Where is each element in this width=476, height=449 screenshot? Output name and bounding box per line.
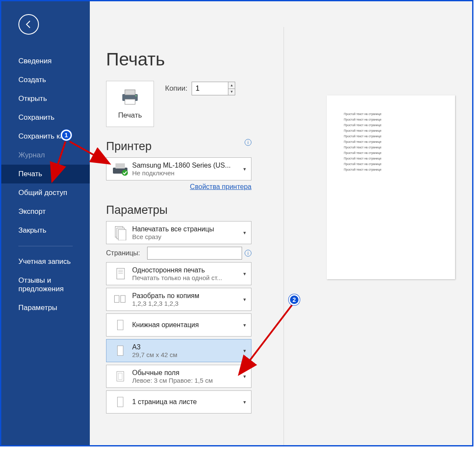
printer-selector[interactable]: Samsung ML-1860 Series (US... Не подключ… — [106, 157, 251, 180]
pages-input[interactable] — [147, 247, 242, 260]
portrait-icon — [111, 316, 130, 334]
option-collate[interactable]: Разобрать по копиям 1,2,3 1,2,3 1,2,3 ▼ — [106, 288, 251, 311]
svg-rect-17 — [118, 346, 124, 356]
copies-label: Копии: — [165, 84, 187, 93]
arrow-left-icon — [24, 19, 34, 30]
svg-rect-9 — [118, 230, 126, 240]
chevron-down-icon: ▼ — [242, 323, 247, 328]
nav-close[interactable]: Закрыть — [1, 221, 90, 240]
chevron-down-icon: ▼ — [242, 374, 247, 379]
copies-spinner[interactable]: ▲ ▼ — [228, 82, 235, 95]
paper-size-icon — [111, 342, 130, 359]
option-pages-per-sheet[interactable]: 1 страница на листе ▼ — [106, 390, 251, 414]
svg-rect-1 — [125, 90, 135, 95]
chevron-down-icon: ▼ — [242, 230, 247, 235]
annotation-badge-1: 1 — [61, 130, 72, 141]
collate-icon — [111, 291, 130, 308]
pages-per-sheet-icon — [111, 393, 130, 411]
nav-history[interactable]: Журнал — [1, 146, 90, 165]
print-preview-pane: Простой текст на странице Простой текст … — [284, 27, 472, 445]
nav-account[interactable]: Учетная запись — [1, 252, 90, 271]
info-icon[interactable]: i — [245, 139, 251, 146]
printer-heading: Принтер — [106, 140, 245, 153]
chevron-down-icon: ▼ — [242, 272, 247, 276]
preview-page: Простой текст на странице Простой текст … — [327, 95, 455, 279]
annotation-badge-2: 2 — [289, 294, 300, 305]
one-sided-icon — [111, 265, 130, 282]
nav-saveas[interactable]: Сохранить как — [1, 127, 90, 146]
nav-save[interactable]: Сохранить — [1, 108, 90, 127]
chevron-down-icon: ▼ — [242, 349, 247, 353]
chevron-down-icon: ▼ — [242, 297, 247, 302]
chevron-down-icon: ▼ — [242, 167, 247, 171]
option-paper-size[interactable]: A3 29,7 см x 42 см ▼ — [106, 339, 251, 362]
svg-rect-15 — [121, 295, 125, 302]
option-margins[interactable]: Обычные поля Левое: 3 см Правое: 1,5 см … — [106, 365, 251, 388]
print-button-label: Печать — [118, 111, 142, 120]
nav-print[interactable]: Печать — [1, 165, 90, 183]
svg-rect-20 — [118, 397, 124, 407]
svg-point-3 — [136, 95, 137, 97]
printer-icon — [121, 88, 139, 105]
svg-rect-2 — [125, 99, 135, 104]
copies-input[interactable] — [192, 82, 228, 95]
printer-status: Не подключен — [132, 169, 240, 177]
printer-device-icon — [111, 160, 130, 177]
option-print-range[interactable]: Напечатать все страницы Все сразу ▼ — [106, 221, 251, 244]
file-backstage-sidebar: Сведения Создать Открыть Сохранить Сохра… — [1, 1, 90, 445]
option-orientation[interactable]: Книжная ориентация ▼ — [106, 313, 251, 337]
pages-icon — [111, 224, 130, 241]
option-sides[interactable]: Односторонняя печать Печатать только на … — [106, 262, 251, 285]
printer-properties-link[interactable]: Свойства принтера — [190, 183, 251, 190]
svg-rect-16 — [118, 320, 124, 330]
spinner-up-icon[interactable]: ▲ — [228, 82, 235, 89]
info-icon[interactable]: i — [245, 250, 251, 257]
svg-rect-14 — [115, 295, 119, 302]
nav-export[interactable]: Экспорт — [1, 202, 90, 221]
nav-open[interactable]: Открыть — [1, 89, 90, 108]
pages-label: Страницы: — [106, 249, 147, 257]
svg-point-6 — [122, 170, 128, 176]
nav-info[interactable]: Сведения — [1, 52, 90, 71]
nav-separator — [18, 246, 73, 246]
nav-feedback[interactable]: Отзывы и предложения — [1, 271, 90, 298]
back-button[interactable] — [18, 14, 39, 35]
print-button[interactable]: Печать — [106, 81, 154, 127]
chevron-down-icon: ▼ — [242, 400, 247, 405]
svg-rect-5 — [115, 163, 125, 168]
spinner-down-icon[interactable]: ▼ — [228, 89, 235, 95]
svg-rect-10 — [117, 268, 124, 279]
nav-new[interactable]: Создать — [1, 71, 90, 89]
margins-icon — [111, 368, 130, 385]
nav-share[interactable]: Общий доступ — [1, 183, 90, 202]
nav-options[interactable]: Параметры — [1, 298, 90, 317]
printer-name: Samsung ML-1860 Series (US... — [132, 162, 240, 169]
